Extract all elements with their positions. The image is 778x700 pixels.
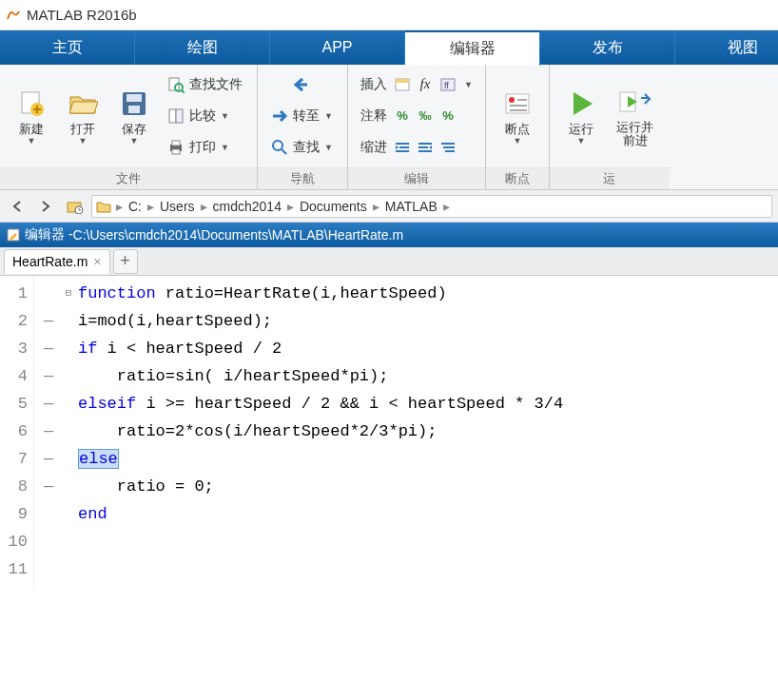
dropdown-caret-icon: ▼ xyxy=(221,111,229,121)
indent-left-icon xyxy=(416,138,435,157)
dropdown-caret-icon: ▼ xyxy=(130,136,139,146)
editor-header: 编辑器 - C:\Users\cmdch2014\Documents\MATLA… xyxy=(0,223,778,247)
dropdown-caret-icon: ▼ xyxy=(324,143,333,152)
toolgroup-run-label: 运 xyxy=(550,167,670,189)
path-chevron-icon[interactable]: ▸ xyxy=(114,199,125,214)
run-advance-icon xyxy=(618,85,652,119)
compare-button[interactable]: 比较 ▼ xyxy=(160,101,251,131)
run-icon xyxy=(564,87,598,121)
goto-icon xyxy=(270,107,289,126)
breakpoint-marker-column[interactable]: ——————— xyxy=(34,276,63,587)
tab-view[interactable]: 视图 xyxy=(675,30,778,65)
path-seg-0[interactable]: C: xyxy=(125,199,146,214)
new-button[interactable]: 新建 ▼ xyxy=(6,68,57,164)
tab-plots[interactable]: 绘图 xyxy=(135,30,270,65)
compare-icon xyxy=(166,107,185,126)
open-button[interactable]: 打开 ▼ xyxy=(57,68,108,164)
tab-publish[interactable]: 发布 xyxy=(540,30,675,65)
app-icon xyxy=(6,8,21,23)
new-icon xyxy=(14,87,49,121)
open-icon xyxy=(66,87,100,121)
svg-text:ff: ff xyxy=(444,81,449,90)
find-button[interactable]: 查找 ▼ xyxy=(263,132,340,163)
save-button[interactable]: 保存 ▼ xyxy=(108,68,160,164)
path-box[interactable]: ▸ C: ▸ Users ▸ cmdch2014 ▸ Documents ▸ M… xyxy=(91,195,772,218)
code-text[interactable]: function ratio=HeartRate(i,heartSpeed)i=… xyxy=(74,276,778,587)
svg-rect-14 xyxy=(396,79,409,83)
file-tabs: HeartRate.m × + xyxy=(0,247,778,276)
breakpoints-button[interactable]: 断点 ▼ xyxy=(492,68,543,164)
path-seg-4[interactable]: MATLAB xyxy=(381,199,441,214)
nav-back-button[interactable] xyxy=(263,69,340,100)
dropdown-caret-icon: ▼ xyxy=(221,143,229,152)
smart-indent-icon xyxy=(438,138,457,157)
comment-button[interactable]: 注释 % ‰ % xyxy=(354,101,479,131)
dropdown-caret-icon: ▼ xyxy=(513,136,521,146)
tab-home[interactable]: 主页 xyxy=(0,30,135,65)
toolstrip: 新建 ▼ 打开 ▼ 保存 ▼ 查找文件 xyxy=(0,65,778,190)
close-tab-icon[interactable]: × xyxy=(93,254,101,269)
save-icon xyxy=(117,87,151,121)
path-chevron-icon[interactable]: ▸ xyxy=(199,199,209,214)
svg-rect-3 xyxy=(126,94,142,102)
svg-rect-7 xyxy=(169,109,176,123)
svg-rect-4 xyxy=(128,106,140,113)
folder-icon xyxy=(96,200,111,213)
toolgroup-run: 运行 ▼ 运行并 前进 运 xyxy=(550,65,670,189)
dropdown-caret-icon: ▼ xyxy=(324,111,333,121)
file-tab-label: HeartRate.m xyxy=(12,254,88,269)
nav-back-arrow[interactable] xyxy=(6,195,30,218)
file-tab-heartrate[interactable]: HeartRate.m × xyxy=(4,249,110,274)
findfiles-icon xyxy=(166,75,185,94)
editor-icon xyxy=(6,227,21,243)
nav-fwd-arrow[interactable] xyxy=(32,195,57,218)
insert-fx-icon: fx xyxy=(416,75,435,94)
svg-point-12 xyxy=(273,141,282,150)
search-icon xyxy=(270,138,289,157)
toolgroup-edit: 插入 fx ff ▼ 注释 % ‰ % 缩进 xyxy=(348,65,486,189)
fold-column[interactable]: ⊟ xyxy=(63,276,74,587)
main-tabstrip: 主页 绘图 APP 编辑器 发布 视图 xyxy=(0,30,778,65)
toolgroup-nav-label: 导航 xyxy=(258,167,347,189)
app-title: MATLAB R2016b xyxy=(27,7,137,23)
toolgroup-file: 新建 ▼ 打开 ▼ 保存 ▼ 查找文件 xyxy=(0,65,258,189)
path-chevron-icon[interactable]: ▸ xyxy=(441,199,452,214)
run-button[interactable]: 运行 ▼ xyxy=(555,68,607,164)
line-number-gutter: 1234567891011 xyxy=(0,276,34,587)
insert-section-icon xyxy=(393,75,412,94)
path-chevron-icon[interactable]: ▸ xyxy=(371,199,381,214)
toolgroup-nav: 转至 ▼ 查找 ▼ 导航 xyxy=(258,65,348,189)
tab-editor[interactable]: 编辑器 xyxy=(405,30,540,66)
path-seg-3[interactable]: Documents xyxy=(296,199,371,214)
add-tab-button[interactable]: + xyxy=(113,249,138,274)
svg-point-18 xyxy=(509,97,515,103)
path-seg-1[interactable]: Users xyxy=(156,199,199,214)
wrap-comment-icon: % xyxy=(438,107,457,126)
address-bar: ▸ C: ▸ Users ▸ cmdch2014 ▸ Documents ▸ M… xyxy=(0,190,778,223)
insert-button[interactable]: 插入 fx ff ▼ xyxy=(354,69,479,100)
run-advance-button[interactable]: 运行并 前进 xyxy=(607,68,664,164)
path-chevron-icon[interactable]: ▸ xyxy=(146,199,156,214)
print-button[interactable]: 打印 ▼ xyxy=(160,132,251,163)
dropdown-caret-icon: ▼ xyxy=(464,80,473,89)
arrow-back-icon xyxy=(290,75,309,94)
path-chevron-icon[interactable]: ▸ xyxy=(285,199,296,214)
dropdown-caret-icon: ▼ xyxy=(79,136,88,146)
recent-folders-button[interactable] xyxy=(61,195,89,218)
goto-button[interactable]: 转至 ▼ xyxy=(263,101,340,131)
comment-icon: % xyxy=(393,107,412,126)
svg-rect-11 xyxy=(172,149,180,154)
editor-header-prefix: 编辑器 - xyxy=(25,226,73,243)
findfiles-button[interactable]: 查找文件 xyxy=(160,69,251,100)
print-icon xyxy=(166,138,185,157)
editor-header-path: C:\Users\cmdch2014\Documents\MATLAB\Hear… xyxy=(73,227,404,243)
indent-button[interactable]: 缩进 xyxy=(354,132,479,163)
title-bar: MATLAB R2016b xyxy=(0,0,778,30)
breakpoints-icon xyxy=(500,87,535,121)
insert-var-icon: ff xyxy=(438,75,457,94)
tab-apps[interactable]: APP xyxy=(270,30,405,65)
code-area[interactable]: 1234567891011 ——————— ⊟ function ratio=H… xyxy=(0,276,778,587)
dropdown-caret-icon: ▼ xyxy=(28,136,36,146)
toolgroup-breakpoints-label: 断点 xyxy=(486,167,549,189)
path-seg-2[interactable]: cmdch2014 xyxy=(209,199,285,214)
